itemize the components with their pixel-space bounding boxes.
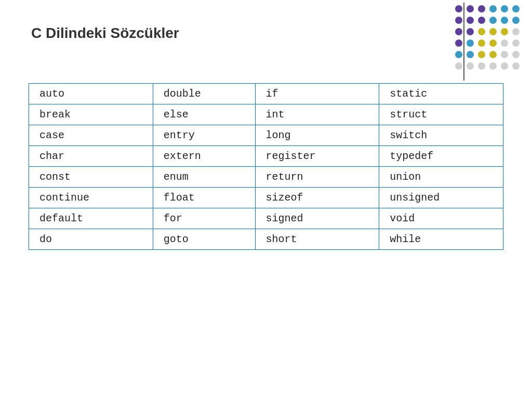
- table-cell-3-0: char: [29, 146, 153, 167]
- table-cell-5-2: sizeof: [255, 188, 379, 208]
- dot-5: [512, 5, 520, 12]
- table-cell-6-2: signed: [255, 208, 379, 229]
- dot-31: [467, 62, 474, 70]
- dot-8: [478, 17, 485, 24]
- dot-26: [478, 51, 485, 58]
- dot-34: [501, 62, 508, 70]
- table-cell-7-0: do: [29, 229, 153, 250]
- table-row: defaultforsignedvoid: [29, 208, 503, 229]
- table-cell-0-3: static: [379, 84, 503, 104]
- table-cell-5-0: continue: [29, 188, 153, 208]
- dot-32: [478, 62, 485, 70]
- table-row: autodoubleifstatic: [29, 84, 503, 104]
- dot-9: [489, 17, 497, 24]
- dot-27: [489, 51, 497, 58]
- dot-1: [467, 5, 474, 12]
- dot-11: [512, 17, 520, 24]
- dot-30: [455, 62, 462, 70]
- keywords-table-container: autodoubleifstaticbreakelseintstructcase…: [29, 83, 503, 250]
- dot-24: [455, 51, 462, 58]
- dot-decoration: [455, 5, 522, 72]
- dot-23: [512, 39, 520, 47]
- dot-12: [455, 28, 462, 35]
- table-cell-2-3: switch: [379, 125, 503, 146]
- table-cell-6-3: void: [379, 208, 503, 229]
- dot-6: [455, 17, 462, 24]
- table-cell-4-2: return: [255, 167, 379, 188]
- table-cell-6-1: for: [153, 208, 255, 229]
- table-cell-2-2: long: [255, 125, 379, 146]
- table-cell-0-1: double: [153, 84, 255, 104]
- dot-14: [478, 28, 485, 35]
- table-cell-7-1: goto: [153, 229, 255, 250]
- table-cell-1-2: int: [255, 104, 379, 125]
- dot-33: [489, 62, 497, 70]
- dot-28: [501, 51, 508, 58]
- dot-13: [467, 28, 474, 35]
- dot-29: [512, 51, 520, 58]
- table-cell-3-1: extern: [153, 146, 255, 167]
- dot-17: [512, 28, 520, 35]
- table-cell-7-3: while: [379, 229, 503, 250]
- dot-20: [478, 39, 485, 47]
- table-cell-2-1: entry: [153, 125, 255, 146]
- table-cell-4-3: union: [379, 167, 503, 188]
- dot-15: [489, 28, 497, 35]
- table-row: constenumreturnunion: [29, 167, 503, 188]
- keywords-table: autodoubleifstaticbreakelseintstructcase…: [29, 83, 503, 250]
- table-cell-4-0: const: [29, 167, 153, 188]
- dot-22: [501, 39, 508, 47]
- dot-0: [455, 5, 462, 12]
- dot-19: [467, 39, 474, 47]
- table-cell-5-3: unsigned: [379, 188, 503, 208]
- table-cell-7-2: short: [255, 229, 379, 250]
- dot-7: [467, 17, 474, 24]
- table-cell-0-2: if: [255, 84, 379, 104]
- table-row: caseentrylongswitch: [29, 125, 503, 146]
- table-cell-5-1: float: [153, 188, 255, 208]
- table-row: dogotoshortwhile: [29, 229, 503, 250]
- dot-21: [489, 39, 497, 47]
- table-row: charexternregistertypedef: [29, 146, 503, 167]
- dot-3: [489, 5, 497, 12]
- table-cell-6-0: default: [29, 208, 153, 229]
- dot-18: [455, 39, 462, 47]
- table-cell-0-0: auto: [29, 84, 153, 104]
- dot-10: [501, 17, 508, 24]
- table-cell-2-0: case: [29, 125, 153, 146]
- page-title: C Dilindeki Sözcükler: [31, 25, 179, 42]
- table-row: breakelseintstruct: [29, 104, 503, 125]
- dot-35: [512, 62, 520, 70]
- table-cell-3-2: register: [255, 146, 379, 167]
- dot-2: [478, 5, 485, 12]
- table-row: continuefloatsizeofunsigned: [29, 188, 503, 208]
- dot-25: [467, 51, 474, 58]
- dot-4: [501, 5, 508, 12]
- dot-16: [501, 28, 508, 35]
- table-cell-1-3: struct: [379, 104, 503, 125]
- table-cell-3-3: typedef: [379, 146, 503, 167]
- table-cell-1-0: break: [29, 104, 153, 125]
- table-cell-4-1: enum: [153, 167, 255, 188]
- table-cell-1-1: else: [153, 104, 255, 125]
